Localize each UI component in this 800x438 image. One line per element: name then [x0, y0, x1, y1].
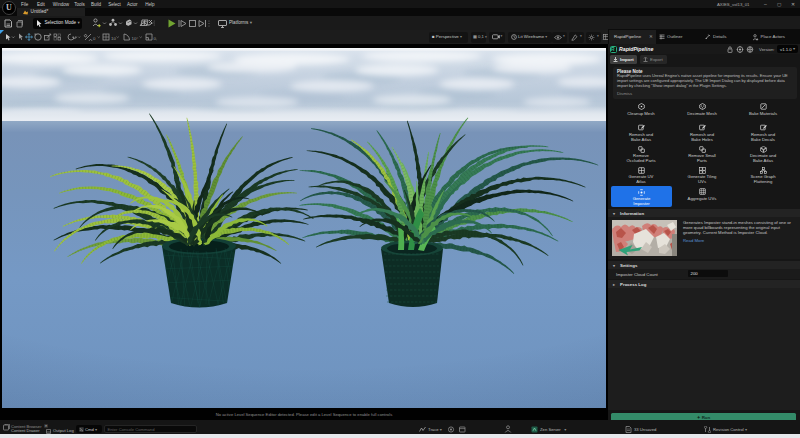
- svg-text:10: 10: [111, 36, 116, 41]
- svg-text:0: 0: [93, 36, 96, 41]
- svg-text:10°: 10°: [132, 36, 139, 41]
- svg-text:0,25: 0,25: [154, 36, 158, 41]
